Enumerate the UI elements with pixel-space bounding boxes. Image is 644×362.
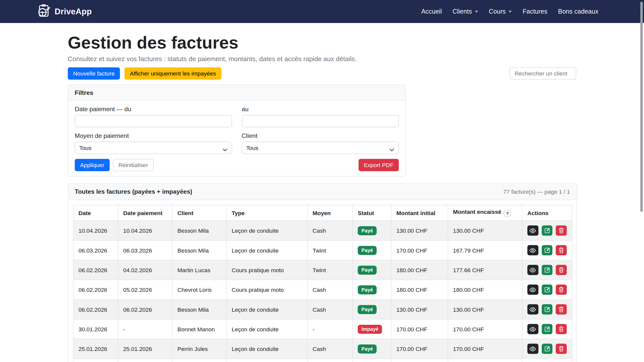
cell-montant-initial: 170.00 CHF [391,339,448,358]
status-badge: Payé [358,305,376,314]
view-invoice-button[interactable] [527,265,539,275]
pencil-square-icon [544,247,550,253]
apply-filters-button[interactable]: Appliquer [75,159,110,171]
trash-icon [558,267,564,273]
view-invoice-button[interactable] [527,285,539,295]
delete-invoice-button[interactable] [556,324,567,334]
nav-item-label: Bons cadeaux [558,8,598,15]
nav-item-clients[interactable]: Clients [447,5,483,18]
edit-invoice-button[interactable] [542,265,553,275]
eye-icon [529,247,536,254]
show-unpaid-button[interactable]: Afficher uniquement les impayées [125,67,221,80]
delete-invoice-button[interactable] [556,225,567,236]
column-header-label: Actions [527,210,549,216]
nav-item-accueil[interactable]: Accueil [416,5,447,18]
cell-moyen: Cash [308,300,353,319]
cell-actions [522,260,572,280]
eye-icon [529,286,536,293]
cell-statut: Payé [353,240,391,260]
column-header-date-paiement: Date paiement [118,205,172,221]
help-tooltip-icon[interactable]: ? [504,210,511,217]
column-header-statut: Statut [353,205,391,221]
delete-invoice-button[interactable] [556,245,567,255]
client-select[interactable]: Tous [242,142,399,154]
cell-montant-encaisse: 170.00 CHF [448,339,522,358]
cell-client: Besson Mila [172,221,226,240]
view-invoice-button[interactable] [527,245,539,255]
cell-client: Chevrot Loris [172,280,226,299]
delete-invoice-button[interactable] [556,304,567,314]
cell-moyen: Cash [308,339,353,358]
cell-date-paiement: 06.02.2026 [118,300,172,319]
client-search-input[interactable] [510,67,576,80]
edit-invoice-button[interactable] [542,324,553,334]
cell-date: 06.02.2026 [73,260,118,280]
chevron-down-icon [509,11,512,13]
view-invoice-button[interactable] [527,225,539,236]
view-invoice-button[interactable] [527,344,539,354]
cell-actions [522,319,572,339]
date-from-input[interactable] [75,115,232,127]
cell-client: Bernard Mia [172,359,226,362]
edit-invoice-button[interactable] [542,245,553,255]
status-badge: Impayé [358,325,382,334]
status-badge: Payé [358,265,376,274]
edit-invoice-button[interactable] [542,225,553,236]
client-selected-value: Tous [246,144,258,151]
view-invoice-button[interactable] [527,304,539,314]
pencil-square-icon [544,326,550,332]
brand-link[interactable]: DriveApp [36,3,92,20]
vertical-scrollbar-thumb[interactable] [640,2,643,212]
cell-date: 10.04.2026 [73,221,118,240]
table-row: 24.01.202624.01.2026Bernard MiaLeçon de … [73,359,572,362]
payment-method-select[interactable]: Tous [75,142,232,154]
edit-invoice-button[interactable] [542,304,553,314]
cell-moyen: Twint [308,240,353,260]
cell-montant-initial: 180.00 CHF [391,260,448,280]
cell-montant-encaisse: 177.66 CHF [448,260,522,280]
delete-invoice-button[interactable] [556,265,567,275]
date-to-input[interactable] [242,115,399,127]
cell-statut: Payé [353,339,391,358]
page-title: Gestion des factures [68,33,576,53]
export-pdf-button[interactable]: Export PDF [358,159,399,171]
table-row: 06.03.202606.03.2026Besson MilaLeçon de … [73,240,572,260]
cell-montant-initial: 130.00 CHF [391,300,448,319]
cell-date-paiement: 24.01.2026 [118,359,172,362]
delete-invoice-button[interactable] [556,344,567,354]
main-content: Gestion des factures Consultez et suivez… [68,23,576,362]
trash-icon [558,247,564,253]
view-invoice-button[interactable] [527,324,539,334]
filters-card-header: Filtres [68,85,405,101]
column-header-label: Type [232,210,245,216]
driveapp-logo-icon [36,3,51,20]
edit-invoice-button[interactable] [542,344,553,354]
cell-actions [522,359,572,362]
brand-name: DriveApp [55,7,92,16]
payment-method-label: Moyen de paiement [75,132,232,139]
nav-item-factures[interactable]: Factures [517,5,553,18]
table-row: 25.01.202625.01.2026Perrin JulesLeçon de… [73,339,572,358]
cell-actions [522,240,572,260]
invoices-table-body: 10.04.202610.04.2026Besson MilaLeçon de … [73,221,572,362]
cell-type: Leçon de conduite [226,221,308,240]
cell-client: Besson Mila [172,300,226,319]
invoices-card-title: Toutes les factures (payées + impayées) [75,188,192,195]
column-header-date: Date [73,205,118,221]
nav-item-label: Accueil [421,8,442,15]
reset-filters-button[interactable]: Réinitialiser [113,159,154,171]
cell-client: Besson Mila [172,240,226,260]
date-from-label: Date paiement — du [75,105,232,112]
edit-invoice-button[interactable] [542,285,553,295]
navbar-links: AccueilClientsCoursFacturesBons cadeaux [416,5,604,18]
cell-date-paiement: 25.01.2026 [118,339,172,358]
cell-montant-encaisse: 130.00 CHF [448,300,522,319]
delete-invoice-button[interactable] [556,285,567,295]
cell-actions [522,221,572,240]
cell-client: Martin Lucas [172,260,226,280]
new-invoice-button[interactable]: Nouvelle facture [68,67,120,80]
payment-method-selected-value: Tous [79,144,91,151]
nav-item-cours[interactable]: Cours [483,5,517,18]
row-actions [527,344,567,354]
nav-item-bons-cadeaux[interactable]: Bons cadeaux [553,5,604,18]
